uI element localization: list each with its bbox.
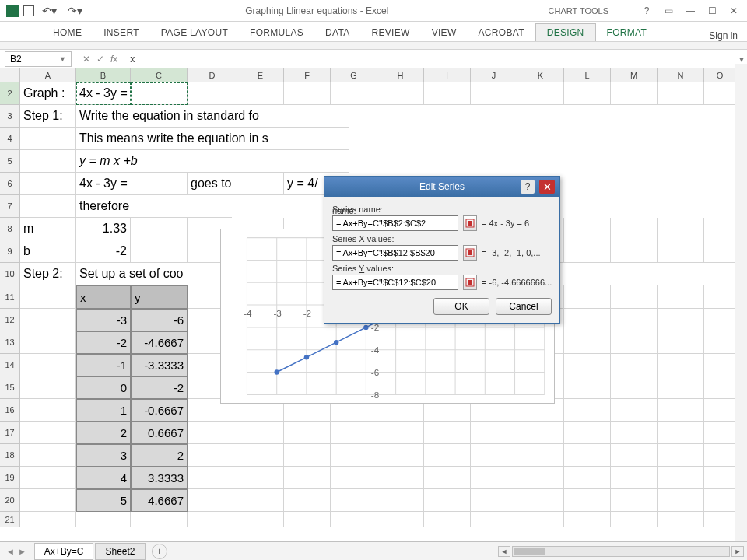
cell[interactable]	[658, 376, 704, 399]
cell[interactable]	[564, 331, 611, 354]
cell[interactable]	[658, 512, 704, 527]
cell[interactable]	[424, 82, 471, 105]
cell[interactable]	[424, 512, 471, 527]
cell[interactable]	[564, 444, 611, 467]
cell[interactable]	[564, 354, 611, 376]
cell[interactable]	[331, 467, 377, 489]
cell[interactable]	[564, 82, 611, 105]
cell[interactable]	[611, 444, 658, 467]
cell[interactable]	[564, 422, 611, 444]
row-header[interactable]: 10	[0, 263, 20, 285]
table-header[interactable]: x	[76, 285, 131, 309]
col-header[interactable]: M	[611, 68, 658, 82]
row-header[interactable]: 2	[0, 82, 20, 105]
row-header[interactable]: 13	[0, 331, 20, 354]
cell[interactable]: Graph :	[20, 82, 76, 105]
cell[interactable]	[20, 285, 76, 309]
cell[interactable]: m	[20, 218, 76, 240]
cell[interactable]	[20, 422, 76, 444]
cell[interactable]	[471, 467, 517, 489]
cell[interactable]	[471, 489, 517, 512]
col-header[interactable]: J	[471, 68, 517, 82]
cell[interactable]	[658, 285, 704, 309]
table-cell[interactable]: -3	[76, 309, 131, 331]
col-header[interactable]: G	[331, 68, 377, 82]
cell[interactable]	[704, 512, 736, 527]
cell[interactable]	[377, 512, 424, 527]
table-header[interactable]: y	[131, 285, 188, 309]
cell[interactable]	[331, 489, 377, 512]
new-sheet-icon[interactable]: +	[152, 544, 167, 559]
cell[interactable]	[377, 444, 424, 467]
series-x-input[interactable]	[332, 245, 458, 261]
row-header[interactable]: 6	[0, 173, 20, 195]
cell[interactable]	[76, 512, 131, 527]
minimize-icon[interactable]: —	[683, 5, 697, 16]
cell[interactable]	[658, 354, 704, 376]
cell[interactable]	[517, 444, 564, 467]
cell[interactable]	[424, 422, 471, 444]
tab-review[interactable]: REVIEW	[361, 24, 421, 41]
cell[interactable]	[704, 422, 736, 444]
cell[interactable]	[658, 467, 704, 489]
cell[interactable]: Step 1:	[20, 105, 76, 128]
cell[interactable]	[658, 399, 704, 422]
cell[interactable]	[564, 512, 611, 527]
cell[interactable]	[658, 444, 704, 467]
select-all-corner[interactable]	[0, 68, 20, 82]
cell[interactable]	[704, 444, 736, 467]
cell[interactable]	[284, 512, 331, 527]
cell[interactable]	[658, 422, 704, 444]
row-header[interactable]: 14	[0, 354, 20, 376]
formula-bar[interactable]: x	[124, 54, 735, 65]
scroll-left-icon[interactable]: ◄	[498, 546, 510, 557]
cell[interactable]	[377, 82, 424, 105]
table-cell[interactable]: -3.3333	[131, 354, 188, 376]
cell[interactable]	[611, 512, 658, 527]
cell[interactable]	[611, 218, 658, 240]
cell[interactable]	[377, 422, 424, 444]
ribbon-options-icon[interactable]: ▭	[661, 5, 675, 16]
cell[interactable]	[611, 354, 658, 376]
vertical-scrollbar[interactable]	[735, 64, 747, 541]
cell[interactable]	[471, 82, 517, 105]
cell[interactable]	[331, 422, 377, 444]
cell[interactable]	[658, 331, 704, 354]
table-cell[interactable]: 3	[76, 444, 131, 467]
cell[interactable]	[611, 467, 658, 489]
row-header[interactable]: 20	[0, 489, 20, 512]
cell[interactable]	[331, 512, 377, 527]
cell[interactable]	[20, 467, 76, 489]
cell[interactable]: 4x - 3y = 6	[76, 173, 131, 195]
cell[interactable]	[704, 240, 736, 263]
cell[interactable]	[424, 489, 471, 512]
save-icon[interactable]	[23, 5, 34, 16]
cell[interactable]: goes to	[188, 173, 237, 195]
cancel-button[interactable]: Cancel	[496, 298, 552, 315]
redo-icon[interactable]: ↷▾	[65, 5, 86, 17]
cancel-formula-icon[interactable]: ✕	[82, 54, 90, 65]
cell[interactable]	[517, 422, 564, 444]
table-cell[interactable]: 0.6667	[131, 422, 188, 444]
col-header[interactable]: F	[284, 68, 331, 82]
cell[interactable]	[188, 82, 237, 105]
row-header[interactable]: 17	[0, 422, 20, 444]
table-cell[interactable]: -1	[76, 354, 131, 376]
cell[interactable]	[131, 82, 188, 105]
cell[interactable]	[471, 422, 517, 444]
cell[interactable]	[424, 467, 471, 489]
col-header[interactable]: L	[564, 68, 611, 82]
cell[interactable]	[611, 422, 658, 444]
cell[interactable]	[424, 444, 471, 467]
tab-view[interactable]: VIEW	[421, 24, 468, 41]
table-cell[interactable]: 2	[131, 444, 188, 467]
sheet-tab-active[interactable]: Ax+By=C	[34, 543, 94, 560]
cell[interactable]	[237, 467, 284, 489]
cell[interactable]	[564, 376, 611, 399]
cell[interactable]	[611, 285, 658, 309]
cell[interactable]	[658, 82, 704, 105]
cell[interactable]	[20, 489, 76, 512]
range-selector-icon[interactable]	[463, 275, 477, 290]
cell[interactable]	[611, 399, 658, 422]
cell[interactable]	[20, 173, 76, 195]
